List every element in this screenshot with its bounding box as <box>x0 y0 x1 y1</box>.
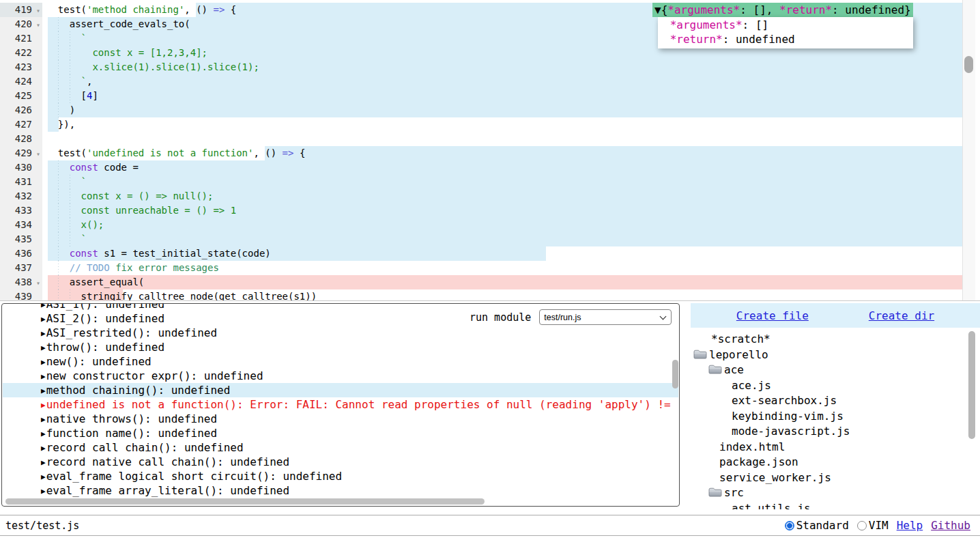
code-token: 'undefined is not a function' <box>87 147 253 158</box>
result-popup[interactable]: *arguments*: [] *return*: undefined <box>658 17 913 48</box>
code-line[interactable]: [4]425 <box>0 89 962 103</box>
calltree-node[interactable]: ▶record call chain(): undefined <box>3 440 678 455</box>
keybinding-option-vim[interactable]: VIM <box>857 519 889 532</box>
calltree-node[interactable]: ▶method chaining(): undefined <box>3 383 678 397</box>
code-text: const code = <box>46 160 139 175</box>
file-tree-file[interactable]: ace.js <box>691 378 970 393</box>
expand-arrow-icon[interactable]: ▶ <box>41 401 46 410</box>
expand-arrow-icon[interactable]: ▶ <box>41 372 46 381</box>
expand-arrow-icon[interactable]: ▶ <box>41 458 46 467</box>
gutter-line-number: 422 <box>0 46 42 60</box>
file-tree-folder[interactable]: ace <box>691 363 970 378</box>
radio-selected-icon[interactable] <box>785 521 794 530</box>
code-line[interactable]: x.slice(1).slice(1).slice(1);423 <box>0 60 962 74</box>
calltree-node[interactable]: ▶undefined is not a function(): Error: F… <box>3 397 678 412</box>
code-line[interactable]: const code =430 <box>0 160 962 175</box>
code-line[interactable]: x();434 <box>0 218 962 232</box>
code-line[interactable]: assert_equal(438▾ <box>0 275 962 289</box>
code-line[interactable]: stringify_calltree_node(get_calltree(s1)… <box>0 289 962 301</box>
fold-arrow-icon[interactable]: ▾ <box>36 3 40 18</box>
expand-arrow-icon[interactable]: ▶ <box>41 303 46 309</box>
gutter-line-number: 432 <box>0 189 42 203</box>
code-line[interactable]: `431 <box>0 175 962 189</box>
calltree-node[interactable]: ▶function name(): undefined <box>3 426 678 440</box>
calltree-node[interactable]: ▶eval_frame logical short circuit(): und… <box>3 469 678 483</box>
radio-unselected-icon[interactable] <box>857 521 867 530</box>
gutter-line-number[interactable]: 429▾ <box>0 146 42 160</box>
expand-arrow-icon[interactable]: ▶ <box>41 343 46 352</box>
fold-arrow-icon[interactable]: ▾ <box>36 147 40 161</box>
code-line[interactable]: )426 <box>0 103 962 117</box>
result-popup-row[interactable]: *return*: undefined <box>663 32 908 46</box>
code-line[interactable]: // TODO fix error messages437 <box>0 261 962 275</box>
file-tree-file[interactable]: ext-searchbox.js <box>691 393 970 408</box>
editor-scrollbar-thumb[interactable] <box>964 56 973 73</box>
gutter-line-number[interactable]: 420▾ <box>0 17 42 31</box>
help-link[interactable]: Help <box>897 519 923 532</box>
expand-arrow-icon[interactable]: ▶ <box>41 444 46 453</box>
code-token: }), <box>46 119 75 130</box>
create-dir-link[interactable]: Create dir <box>869 309 934 322</box>
line-number: 429 <box>15 147 32 158</box>
code-line[interactable]: `,424 <box>0 74 962 89</box>
file-tree-file[interactable]: index.html <box>691 440 970 455</box>
code-line[interactable]: }),427 <box>0 117 962 132</box>
run-module-select[interactable]: test/run.js <box>539 309 672 325</box>
github-link[interactable]: Github <box>931 519 970 532</box>
file-tree-file[interactable]: *scratch* <box>691 332 970 347</box>
gutter-line-number[interactable]: 438▾ <box>0 275 42 289</box>
file-tree-folder[interactable]: leporello <box>691 348 970 363</box>
expand-arrow-icon[interactable]: ▶ <box>41 315 46 324</box>
code-token: fix error messages <box>110 262 219 273</box>
calltree-node[interactable]: ▶new constructor expr(): undefined <box>3 369 678 383</box>
calltree-node[interactable]: ▶record native call chain(): undefined <box>3 455 678 469</box>
code-line[interactable]: const unreachable = () => 1433 <box>0 203 962 218</box>
editor-scrollbar-track[interactable] <box>962 0 975 301</box>
code-line[interactable]: const x = () => null();432 <box>0 189 962 203</box>
code-editor[interactable]: test('method chaining', () => {▼{*argume… <box>0 0 980 301</box>
folder-icon <box>693 348 707 358</box>
code-token: assert_code_evals_to( <box>46 18 190 29</box>
expand-arrow-icon[interactable]: ▶ <box>41 358 46 367</box>
code-line[interactable]: `435 <box>0 232 962 246</box>
calltree-horizontal-scrollbar-thumb[interactable] <box>5 498 485 505</box>
line-number: 428 <box>15 133 32 144</box>
calltree-vertical-scrollbar-thumb[interactable] <box>672 360 678 388</box>
expand-arrow-icon[interactable]: ▶ <box>41 429 46 438</box>
calltree-node-label: ASI_2(): undefined <box>46 312 164 325</box>
result-popup-row[interactable]: *arguments*: [] <box>663 18 908 32</box>
execution-highlight <box>48 89 962 103</box>
file-tree-file[interactable]: service_worker.js <box>691 470 970 485</box>
gutter-line-number[interactable]: 419▾ <box>0 3 42 17</box>
file-tree-file[interactable]: ast_utils.js <box>691 501 970 510</box>
file-tree-file[interactable]: package.json <box>691 455 970 470</box>
code-line[interactable]: const s1 = test_initial_state(code)436 <box>0 246 962 261</box>
code-line[interactable]: test('undefined is not a function', () =… <box>0 146 962 160</box>
file-tree-folder[interactable]: src <box>691 485 970 500</box>
calltree-node[interactable]: ▶native throws(): undefined <box>3 412 678 426</box>
calltree-node[interactable]: ▶throw(): undefined <box>3 340 678 354</box>
file-tree-file[interactable]: keybinding-vim.js <box>691 409 970 424</box>
file-tree-scrollbar-thumb[interactable] <box>968 331 975 439</box>
fold-arrow-icon[interactable]: ▾ <box>36 276 40 290</box>
code-line[interactable]: 428 <box>0 132 962 146</box>
calltree-node-label: native throws(): undefined <box>46 412 217 425</box>
inline-result-widget[interactable]: ▼{*arguments*: [], *return*: undefined} <box>652 3 913 17</box>
calltree-node[interactable]: ▶ASI_restrited(): undefined <box>3 326 678 340</box>
create-file-link[interactable]: Create file <box>736 309 809 322</box>
code-token: const unreachable = () => 1 <box>46 205 236 216</box>
calltree-node[interactable]: ▶new(): undefined <box>3 354 678 369</box>
expand-arrow-icon[interactable]: ▶ <box>41 487 46 496</box>
keybinding-option-standard[interactable]: Standard <box>785 519 849 532</box>
expand-arrow-icon[interactable]: ▶ <box>41 386 46 395</box>
expand-arrow-icon[interactable]: ▶ <box>41 415 46 424</box>
expand-arrow-icon[interactable]: ▶ <box>41 329 46 338</box>
fold-arrow-icon[interactable]: ▾ <box>36 18 40 32</box>
code-line[interactable]: test('method chaining', () => {▼{*argume… <box>0 3 962 17</box>
gutter-line-number: 425 <box>0 89 42 103</box>
calltree-panel[interactable]: ▶ASI_1(): undefined▶ASI_2(): undefined▶A… <box>1 303 680 507</box>
expand-arrow-icon[interactable]: ▶ <box>41 472 46 481</box>
calltree-node[interactable]: ▶eval_frame array_literal(): undefined <box>3 483 678 498</box>
file-tree-file[interactable]: mode-javascript.js <box>691 424 970 439</box>
keybinding-radio-group: StandardVIM <box>785 519 889 532</box>
